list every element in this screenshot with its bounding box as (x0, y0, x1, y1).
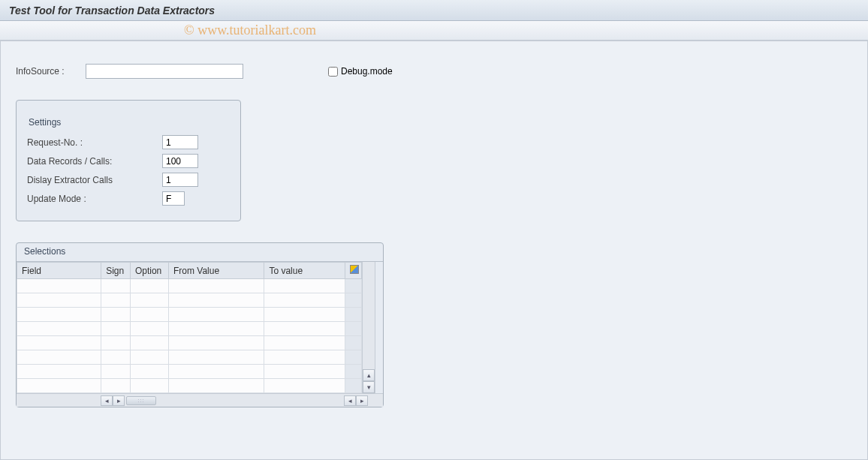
table-cell[interactable] (101, 322, 131, 336)
scroll-right-step-button[interactable]: ▸ (113, 395, 125, 406)
debug-mode-wrap[interactable]: Debug.mode (328, 66, 393, 77)
table-cell[interactable] (17, 350, 101, 365)
page-title: Test Tool for Transaction Data Extractor… (9, 5, 859, 17)
table-cell[interactable] (17, 322, 101, 336)
infosource-label: InfoSource : (16, 66, 80, 77)
table-row[interactable] (17, 279, 362, 293)
table-cell[interactable] (130, 336, 168, 350)
scroll-left-button[interactable]: ◂ (101, 395, 113, 406)
table-cell[interactable] (17, 308, 101, 322)
settings-row-update-mode: Update Mode : (27, 191, 230, 206)
update-mode-input[interactable] (162, 191, 185, 206)
table-cell[interactable] (168, 379, 264, 393)
table-cell[interactable] (130, 322, 168, 336)
scroll-up-button[interactable]: ▴ (363, 369, 375, 381)
table-cell[interactable] (345, 322, 361, 336)
table-cell[interactable] (101, 350, 131, 365)
data-records-label: Data Records / Calls: (27, 156, 162, 167)
table-cell[interactable] (168, 279, 264, 293)
table-row[interactable] (17, 336, 362, 350)
col-header-option[interactable]: Option (130, 263, 168, 279)
settings-row-display-calls: Dislay Extractor Calls (27, 173, 230, 187)
table-row[interactable] (17, 322, 362, 336)
table-cell[interactable] (168, 365, 264, 379)
selections-table[interactable]: Field Sign Option From Value To value (17, 262, 362, 393)
table-cell[interactable] (264, 293, 345, 308)
content-area: InfoSource : Debug.mode Settings Request… (0, 41, 868, 460)
table-row[interactable] (17, 350, 362, 365)
selections-table-wrap: Field Sign Option From Value To value ▴ … (17, 261, 383, 393)
table-cell[interactable] (101, 279, 131, 293)
col-header-sign[interactable]: Sign (101, 263, 131, 279)
table-cell[interactable] (101, 379, 131, 393)
table-cell[interactable] (345, 350, 361, 365)
settings-group: Settings Request-No. : Data Records / Ca… (16, 100, 241, 221)
settings-row-data-records: Data Records / Calls: (27, 154, 230, 168)
table-cell[interactable] (345, 308, 361, 322)
debug-mode-checkbox[interactable] (328, 67, 338, 77)
table-cell[interactable] (130, 365, 168, 379)
table-cell[interactable] (168, 322, 264, 336)
table-cell[interactable] (17, 336, 101, 350)
table-row[interactable] (17, 293, 362, 308)
table-cell[interactable] (345, 279, 361, 293)
scroll-down-button[interactable]: ▾ (363, 381, 375, 393)
top-row: InfoSource : Debug.mode (16, 64, 852, 79)
settings-group-title: Settings (27, 114, 230, 135)
display-calls-input[interactable] (162, 173, 198, 187)
toolbar-strip (0, 21, 868, 41)
table-cell[interactable] (168, 336, 264, 350)
table-cell[interactable] (130, 379, 168, 393)
table-cell[interactable] (17, 379, 101, 393)
table-cell[interactable] (17, 279, 101, 293)
request-no-input[interactable] (162, 135, 198, 149)
table-cell[interactable] (101, 336, 131, 350)
table-cell[interactable] (264, 350, 345, 365)
selections-group-title: Selections (17, 243, 383, 261)
table-row[interactable] (17, 308, 362, 322)
data-records-input[interactable] (162, 154, 198, 168)
table-cell[interactable] (345, 379, 361, 393)
table-cell[interactable] (130, 308, 168, 322)
scroll-right-button[interactable]: ▸ (356, 395, 368, 406)
table-cell[interactable] (168, 308, 264, 322)
update-mode-label: Update Mode : (27, 194, 162, 204)
table-cell[interactable] (345, 336, 361, 350)
vertical-scrollbar[interactable]: ▴ ▾ (362, 262, 375, 393)
table-cell[interactable] (17, 365, 101, 379)
table-cell[interactable] (17, 293, 101, 308)
col-header-to[interactable]: To value (264, 263, 345, 279)
table-config-icon (350, 265, 359, 274)
request-no-label: Request-No. : (27, 137, 162, 148)
table-config-button[interactable] (345, 263, 361, 279)
table-cell[interactable] (264, 308, 345, 322)
col-header-field[interactable]: Field (17, 263, 101, 279)
col-header-from[interactable]: From Value (168, 263, 264, 279)
table-cell[interactable] (130, 350, 168, 365)
horizontal-scrollbar[interactable]: ◂ ▸ ::: ◂ ▸ (17, 393, 383, 407)
table-cell[interactable] (130, 279, 168, 293)
table-cell[interactable] (264, 322, 345, 336)
table-row[interactable] (17, 365, 362, 379)
table-cell[interactable] (264, 379, 345, 393)
table-cell[interactable] (101, 308, 131, 322)
table-cell[interactable] (101, 293, 131, 308)
infosource-input[interactable] (86, 64, 243, 79)
table-cell[interactable] (264, 365, 345, 379)
scrollbar-thumb[interactable]: ::: (126, 396, 156, 405)
settings-row-request-no: Request-No. : (27, 135, 230, 149)
scroll-left-end-button[interactable]: ◂ (344, 395, 356, 406)
table-cell[interactable] (264, 279, 345, 293)
table-cell[interactable] (130, 293, 168, 308)
table-cell[interactable] (168, 350, 264, 365)
table-cell[interactable] (101, 365, 131, 379)
debug-mode-label: Debug.mode (341, 66, 393, 77)
display-calls-label: Dislay Extractor Calls (27, 175, 162, 185)
table-row[interactable] (17, 379, 362, 393)
table-cell[interactable] (264, 336, 345, 350)
table-cell[interactable] (345, 365, 361, 379)
table-cell[interactable] (345, 293, 361, 308)
selections-group: Selections Field Sign Option From Value … (16, 242, 384, 407)
table-cell[interactable] (168, 293, 264, 308)
title-bar: Test Tool for Transaction Data Extractor… (0, 0, 868, 21)
